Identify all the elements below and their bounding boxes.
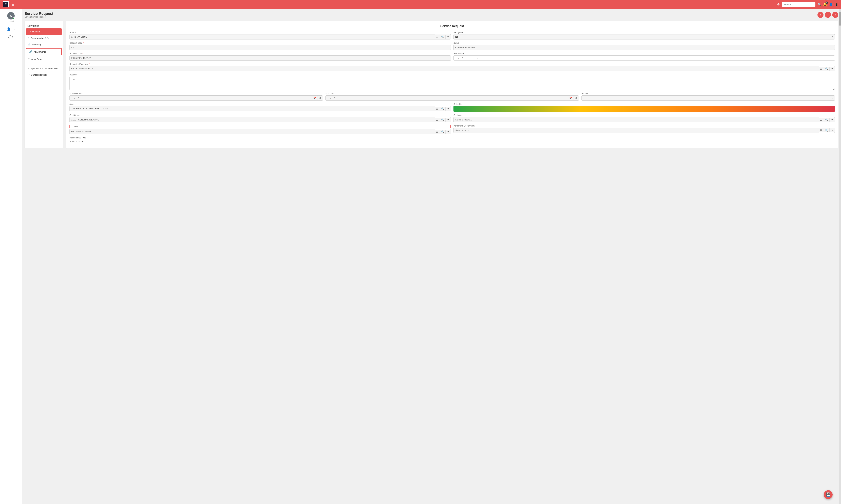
- downtime-clock-btn[interactable]: ⚙: [317, 96, 323, 100]
- due-date-input-group: 📅 ⚙: [325, 95, 579, 101]
- form-row-asset-criticality: Asset ☷ 🔍 ▼ Criticality: [69, 103, 835, 112]
- nav-item-workorder[interactable]: ☰ Work Order: [25, 56, 63, 62]
- nav-item-summary[interactable]: 📄 Summary: [25, 41, 63, 48]
- top-nav-right: ⚙ 🔍 🔔 0 👤 📱: [777, 2, 838, 7]
- location-grid-btn[interactable]: ☷: [435, 130, 440, 134]
- customer-search-btn[interactable]: 🔍: [824, 118, 829, 122]
- cost-center-dropdown-btn[interactable]: ▼: [445, 118, 451, 122]
- asset-dropdown-btn[interactable]: ▼: [445, 107, 451, 111]
- asset-search-btn[interactable]: 🔍: [440, 107, 445, 111]
- performing-dept-grid-btn[interactable]: ☷: [819, 128, 824, 132]
- bell-icon[interactable]: 🔔 0: [823, 2, 827, 6]
- form-group-request: Request * TEST: [69, 74, 835, 90]
- branch-grid-btn[interactable]: ☷: [435, 35, 440, 39]
- scrollbar-track[interactable]: [839, 9, 841, 504]
- form-group-customer: Customer ☷ 🔍 ▼: [453, 114, 835, 122]
- sidebar-add-user-icon[interactable]: 👤+▼: [6, 27, 15, 31]
- top-navigation: E ☰ ⚙ 🔍 🔔 0 👤 📱: [0, 0, 841, 9]
- requester-grid-btn[interactable]: ☷: [819, 67, 824, 71]
- criticality-label: Criticality: [453, 103, 835, 105]
- logout-link[interactable]: Logout: [8, 20, 14, 22]
- form-group-recognized: Recognized * No Yes ▼: [453, 31, 835, 39]
- nav-divider: [25, 64, 63, 64]
- recognized-select[interactable]: No Yes: [453, 34, 830, 39]
- form-panel: Service Request Branch * ☷ 🔍 ▼: [66, 21, 838, 149]
- asset-label: Asset: [69, 103, 451, 105]
- branch-input[interactable]: [70, 34, 435, 39]
- cost-center-input[interactable]: [70, 117, 435, 122]
- nav-item-attachments[interactable]: 🔗 Attachments: [26, 48, 62, 55]
- nav-item-registry[interactable]: ✏ Registry: [26, 29, 62, 35]
- requester-dropdown-btn[interactable]: ▼: [829, 67, 835, 71]
- mobile-icon[interactable]: 📱: [835, 2, 838, 6]
- finish-date-input[interactable]: [453, 55, 835, 61]
- search-icon[interactable]: 🔍: [818, 2, 821, 6]
- sidebar-info-icon[interactable]: ⓘ▼: [8, 35, 14, 39]
- customer-input-group: ☷ 🔍 ▼: [453, 117, 835, 122]
- page-header-actions: + + ?: [818, 12, 838, 18]
- request-textarea[interactable]: TEST: [69, 77, 835, 90]
- customer-input[interactable]: [453, 117, 819, 122]
- form-row-dates: Request Date * Finish Date: [69, 52, 835, 61]
- downtime-calendar-btn[interactable]: 📅: [312, 96, 317, 100]
- nav-item-acknowledge[interactable]: ✔ Acknowledge S.R.: [25, 35, 63, 41]
- form-group-status: Status: [453, 42, 835, 50]
- requester-search-btn[interactable]: 🔍: [824, 67, 829, 71]
- requester-input-group: ☷ 🔍 ▼: [69, 66, 835, 71]
- performing-dept-dropdown-btn[interactable]: ▼: [829, 128, 835, 132]
- location-input[interactable]: [70, 129, 435, 134]
- left-sidebar: S Logout 👤+▼ ⓘ▼: [0, 9, 22, 504]
- priority-select[interactable]: [582, 95, 830, 101]
- form-group-branch: Branch * ☷ 🔍 ▼: [69, 31, 451, 39]
- search-input[interactable]: [782, 2, 816, 7]
- form-group-criticality: Criticality: [453, 103, 835, 112]
- add-button-1[interactable]: +: [818, 12, 824, 18]
- requester-input[interactable]: [70, 66, 819, 71]
- bell-badge: 0: [825, 1, 828, 4]
- cost-center-search-btn[interactable]: 🔍: [440, 118, 445, 122]
- branch-label: Branch *: [69, 31, 451, 34]
- asset-grid-btn[interactable]: ☷: [435, 107, 440, 111]
- customer-dropdown-btn[interactable]: ▼: [829, 118, 835, 122]
- location-label: Location: [69, 125, 451, 128]
- branch-search-btn[interactable]: 🔍: [440, 35, 445, 39]
- form-group-asset: Asset ☷ 🔍 ▼: [69, 103, 451, 112]
- hamburger-menu[interactable]: ☰: [12, 2, 15, 6]
- due-date-input[interactable]: [326, 95, 568, 101]
- scrollbar-thumb[interactable]: [839, 12, 841, 25]
- customer-grid-btn[interactable]: ☷: [819, 118, 824, 122]
- cost-center-grid-btn[interactable]: ☷: [435, 118, 440, 122]
- nav-item-cancel[interactable]: ↩ Cancel Request: [25, 72, 63, 78]
- form-row-location-dept: Location ☷ 🔍 ▼ Performing Department ☷ 🔍: [69, 125, 835, 134]
- add-button-2[interactable]: +: [825, 12, 831, 18]
- form-group-request-date: Request Date *: [69, 52, 451, 61]
- form-row-downtime-duedate-priority: Downtime Start 📅 ⚙ Due Date 📅 ⚙: [69, 92, 835, 101]
- form-row-requester: Requester/Employee * ☷ 🔍 ▼: [69, 63, 835, 71]
- criticality-bar: [453, 106, 835, 112]
- page-title: Service Request: [24, 12, 53, 16]
- branch-dropdown-btn[interactable]: ▼: [445, 35, 451, 39]
- asset-input-group: ☷ 🔍 ▼: [69, 106, 451, 111]
- form-group-finish-date: Finish Date: [453, 52, 835, 61]
- request-code-label: Request Code *: [69, 42, 451, 44]
- priority-select-wrapper: ▼: [582, 95, 835, 101]
- due-date-clock-btn[interactable]: ⚙: [573, 96, 579, 100]
- save-fab-button[interactable]: 💾: [824, 490, 833, 499]
- due-date-calendar-btn[interactable]: 📅: [568, 96, 573, 100]
- form-group-due-date: Due Date 📅 ⚙: [325, 92, 579, 101]
- location-search-btn[interactable]: 🔍: [440, 130, 445, 134]
- nav-label-approve: Approve and Generate W.O.: [31, 67, 58, 70]
- location-dropdown-btn[interactable]: ▼: [445, 130, 451, 134]
- nav-item-approve[interactable]: ✓ Approve and Generate W.O.: [25, 65, 63, 72]
- branch-input-group: ☷ 🔍 ▼: [69, 34, 451, 39]
- help-button[interactable]: ?: [832, 12, 838, 18]
- request-date-input: [69, 55, 451, 61]
- downtime-input[interactable]: [70, 95, 312, 101]
- gear-icon[interactable]: ⚙: [777, 2, 780, 6]
- app-logo: E: [3, 1, 9, 7]
- user-icon[interactable]: 👤: [829, 2, 833, 6]
- performing-dept-input[interactable]: [453, 128, 819, 133]
- performing-dept-search-btn[interactable]: 🔍: [824, 128, 829, 132]
- asset-input[interactable]: [70, 106, 435, 111]
- form-row-costcenter-customer: Cost Center ☷ 🔍 ▼ Customer ☷ 🔍 ▼: [69, 114, 835, 122]
